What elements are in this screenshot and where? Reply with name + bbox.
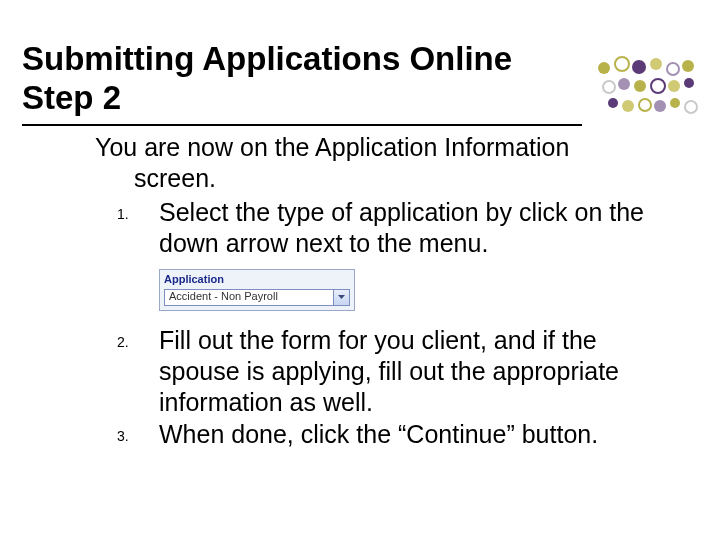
slide-title: Submitting Applications Online Step 2: [22, 40, 582, 126]
application-dropdown-screenshot: Application Accident - Non Payroll: [159, 269, 355, 311]
dropdown-label: Application: [164, 273, 350, 287]
svg-marker-0: [338, 295, 345, 299]
list-number: 1.: [95, 197, 159, 224]
slide-body: You are now on the Application Informati…: [95, 132, 655, 450]
decorative-dots: [598, 56, 708, 126]
list-text: Fill out the form for you client, and if…: [159, 325, 655, 419]
dropdown-value: Accident - Non Payroll: [169, 290, 278, 304]
list-item: 1. Select the type of application by cli…: [95, 197, 655, 260]
intro-text: You are now on the Application Informati…: [95, 132, 655, 195]
list-text: Select the type of application by click …: [159, 197, 655, 260]
dropdown-select[interactable]: Accident - Non Payroll: [164, 289, 350, 306]
list-number: 3.: [95, 419, 159, 446]
list-number: 2.: [95, 325, 159, 352]
dropdown-button[interactable]: [333, 290, 349, 305]
list-item: 3. When done, click the “Continue” butto…: [95, 419, 655, 450]
chevron-down-icon: [338, 295, 345, 299]
list-text: When done, click the “Continue” button.: [159, 419, 655, 450]
list-item: 2. Fill out the form for you client, and…: [95, 325, 655, 419]
